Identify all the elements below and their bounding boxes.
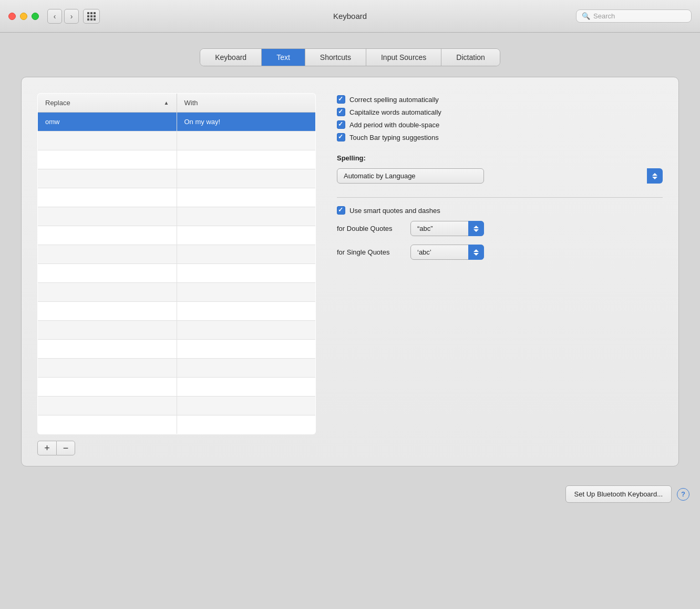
table-buttons: + −	[37, 441, 316, 455]
window-title: Keyboard	[333, 12, 367, 21]
double-quotes-label: for Double Quotes	[337, 225, 405, 232]
tab-input-sources[interactable]: Input Sources	[366, 49, 441, 66]
replace-cell	[38, 359, 177, 378]
table-row[interactable]	[38, 397, 316, 415]
table-row[interactable]	[38, 359, 316, 378]
close-button[interactable]	[8, 13, 16, 20]
replace-cell	[38, 150, 177, 169]
replace-cell	[38, 302, 177, 321]
back-button[interactable]: ‹	[47, 9, 62, 24]
single-quotes-row: for Single Quotes ‘abc’	[337, 245, 663, 260]
replace-cell	[38, 378, 177, 397]
replace-cell	[38, 397, 177, 415]
with-cell	[177, 150, 316, 169]
table-row[interactable]	[38, 321, 316, 340]
nav-buttons: ‹ ›	[47, 9, 79, 24]
table-row[interactable]	[38, 207, 316, 226]
capitalize-words-row: Capitalize words automatically	[337, 108, 663, 116]
with-cell	[177, 321, 316, 340]
replace-cell	[38, 245, 177, 264]
tab-dictation[interactable]: Dictation	[441, 49, 499, 66]
tab-bar: Keyboard Text Shortcuts Input Sources Di…	[200, 48, 500, 66]
table-row[interactable]	[38, 302, 316, 321]
with-cell	[177, 283, 316, 302]
table-section: Replace ▲ With omwOn my way! + −	[37, 93, 316, 455]
with-cell	[177, 340, 316, 359]
add-entry-button[interactable]: +	[37, 441, 56, 455]
double-quotes-row: for Double Quotes “abc”	[337, 221, 663, 236]
col-with-header[interactable]: With	[177, 94, 316, 113]
forward-button[interactable]: ›	[64, 9, 79, 24]
replace-cell	[38, 226, 177, 245]
touch-bar-checkbox[interactable]	[337, 133, 345, 141]
with-cell: On my way!	[177, 113, 316, 131]
with-cell	[177, 302, 316, 321]
search-input[interactable]	[593, 12, 686, 20]
spelling-label: Spelling:	[337, 154, 663, 162]
single-quotes-select[interactable]: ‘abc’	[410, 245, 484, 260]
with-cell	[177, 226, 316, 245]
replace-cell	[38, 321, 177, 340]
tab-keyboard[interactable]: Keyboard	[200, 49, 262, 66]
grid-button[interactable]	[83, 9, 100, 24]
table-row[interactable]	[38, 169, 316, 188]
capitalize-words-label: Capitalize words automatically	[349, 108, 441, 116]
replace-cell	[38, 264, 177, 283]
search-bar: 🔍	[576, 9, 692, 23]
replace-cell	[38, 283, 177, 302]
options-section: Correct spelling automatically Capitaliz…	[337, 93, 663, 455]
add-period-label: Add period with double-space	[349, 121, 439, 129]
replace-cell	[38, 340, 177, 359]
tab-text[interactable]: Text	[262, 49, 305, 66]
with-cell	[177, 245, 316, 264]
capitalize-words-checkbox[interactable]	[337, 108, 345, 116]
with-cell	[177, 415, 316, 434]
correct-spelling-checkbox[interactable]	[337, 95, 345, 104]
table-row[interactable]	[38, 340, 316, 359]
with-cell	[177, 264, 316, 283]
add-period-checkbox[interactable]	[337, 120, 345, 129]
text-table: Replace ▲ With omwOn my way!	[37, 93, 316, 434]
table-row[interactable]	[38, 264, 316, 283]
col-replace-header[interactable]: Replace ▲	[38, 94, 177, 113]
touch-bar-label: Touch Bar typing suggestions	[349, 134, 439, 141]
with-cell	[177, 359, 316, 378]
with-cell	[177, 378, 316, 397]
bottom-bar: Set Up Bluetooth Keyboard... ?	[0, 477, 700, 508]
replace-cell	[38, 415, 177, 434]
bluetooth-keyboard-button[interactable]: Set Up Bluetooth Keyboard...	[565, 485, 672, 503]
smart-quotes-checkbox[interactable]	[337, 206, 345, 215]
minimize-button[interactable]	[20, 13, 27, 20]
table-row[interactable]	[38, 283, 316, 302]
with-cell	[177, 207, 316, 226]
add-period-row: Add period with double-space	[337, 120, 663, 129]
single-quotes-select-wrapper: ‘abc’	[410, 245, 484, 260]
correct-spelling-row: Correct spelling automatically	[337, 95, 663, 104]
table-row[interactable]	[38, 378, 316, 397]
table-row[interactable]	[38, 131, 316, 150]
table-row[interactable]	[38, 245, 316, 264]
spelling-select-wrapper: Automatic by Language	[337, 168, 663, 184]
titlebar: ‹ › Keyboard 🔍	[0, 0, 700, 33]
remove-entry-button[interactable]: −	[56, 441, 75, 455]
tab-shortcuts[interactable]: Shortcuts	[305, 49, 366, 66]
with-cell	[177, 188, 316, 207]
spelling-select[interactable]: Automatic by Language	[337, 168, 484, 184]
table-row[interactable]	[38, 415, 316, 434]
table-row[interactable]	[38, 226, 316, 245]
double-quotes-select[interactable]: “abc”	[410, 221, 484, 236]
table-row[interactable]: omwOn my way!	[38, 113, 316, 131]
double-quotes-select-wrapper: “abc”	[410, 221, 484, 236]
with-cell	[177, 131, 316, 150]
help-button[interactable]: ?	[677, 488, 689, 501]
table-row[interactable]	[38, 150, 316, 169]
smart-quotes-row: Use smart quotes and dashes	[337, 206, 663, 215]
select-arrow-icon	[647, 168, 663, 184]
correct-spelling-label: Correct spelling automatically	[349, 96, 439, 104]
with-cell	[177, 397, 316, 415]
table-row[interactable]	[38, 188, 316, 207]
main-content: Keyboard Text Shortcuts Input Sources Di…	[0, 33, 700, 477]
replace-cell	[38, 169, 177, 188]
traffic-lights	[8, 13, 39, 20]
maximize-button[interactable]	[32, 13, 39, 20]
